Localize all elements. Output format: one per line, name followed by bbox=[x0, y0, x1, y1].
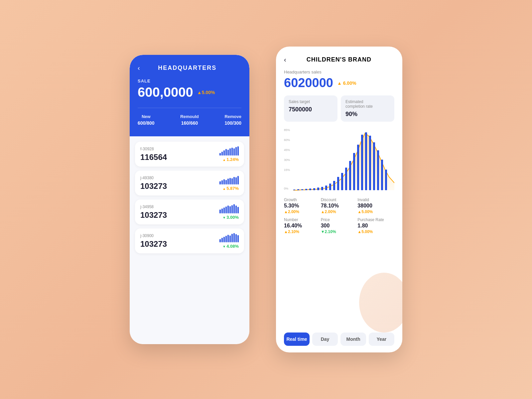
card-percent: 1.24% bbox=[222, 157, 239, 162]
svg-rect-9 bbox=[305, 189, 307, 190]
sales-percent: ▲ 6.00% bbox=[337, 80, 356, 86]
stat-invalid: Invalid 38000 ▲5.00% bbox=[357, 198, 394, 214]
svg-rect-24 bbox=[365, 132, 367, 190]
sale-label: SALE bbox=[138, 78, 241, 83]
svg-text:30%: 30% bbox=[284, 158, 290, 162]
realtime-button[interactable]: Real time bbox=[284, 332, 310, 346]
svg-rect-11 bbox=[313, 188, 315, 190]
month-button[interactable]: Month bbox=[340, 332, 366, 346]
svg-rect-25 bbox=[369, 136, 371, 190]
svg-rect-7 bbox=[297, 189, 299, 190]
svg-rect-26 bbox=[373, 142, 375, 190]
phone1-nav: ‹ HEADQUARTERS bbox=[138, 64, 241, 72]
svg-rect-13 bbox=[321, 187, 323, 190]
card-percent: 5.87% bbox=[222, 186, 239, 191]
deco-shape bbox=[359, 273, 402, 332]
chart-area: 85% 60% 45% 30% 15% 0% bbox=[284, 126, 394, 193]
svg-text:45%: 45% bbox=[284, 148, 290, 152]
list-item[interactable]: j-30900 103273 bbox=[135, 228, 244, 253]
sale-number: 600,0000 bbox=[138, 85, 193, 100]
stats-grid: Growth 5.30% ▲2.00% Discount 78.10% ▲2.0… bbox=[284, 198, 394, 234]
stat-growth: Growth 5.30% ▲2.00% bbox=[284, 198, 321, 214]
stats-row: New 600/800 Remould 160/660 Remove 100/3… bbox=[138, 108, 241, 126]
phone1-header: ‹ HEADQUARTERS SALE 600,0000 ▲5.00% New … bbox=[130, 55, 249, 136]
svg-rect-16 bbox=[333, 181, 335, 190]
svg-rect-12 bbox=[317, 188, 319, 190]
stat-purchase-rate: Purchase Rate 1.80 ▲5.00% bbox=[357, 217, 394, 234]
mini-chart bbox=[219, 233, 239, 242]
svg-rect-10 bbox=[309, 189, 311, 190]
mini-chart bbox=[219, 175, 239, 185]
stat-number: Number 16.40% ▲2.10% bbox=[284, 217, 321, 234]
svg-rect-22 bbox=[357, 145, 359, 190]
svg-rect-6 bbox=[293, 190, 295, 190]
year-button[interactable]: Year bbox=[369, 332, 394, 346]
stat-discount: Discount 78.10% ▲2.00% bbox=[321, 198, 358, 214]
svg-text:85%: 85% bbox=[284, 128, 290, 132]
svg-rect-19 bbox=[345, 168, 347, 190]
info-cards: Sales target 7500000 Estimatedcompletion… bbox=[284, 95, 394, 122]
phone2-nav: ‹ CHILDREN'S BRAND bbox=[284, 56, 394, 64]
phone1: ‹ HEADQUARTERS SALE 600,0000 ▲5.00% New … bbox=[130, 55, 249, 344]
svg-text:60%: 60% bbox=[284, 138, 290, 142]
chart-svg: 85% 60% 45% 30% 15% 0% bbox=[284, 126, 394, 193]
sale-row: 600,0000 ▲5.00% bbox=[138, 85, 241, 100]
completion-rate-card: Estimatedcompletion rate 90% bbox=[341, 95, 394, 122]
svg-rect-21 bbox=[353, 153, 355, 190]
stat-price: Price 300 ▼2.10% bbox=[321, 217, 358, 234]
time-buttons: Real time Day Month Year bbox=[284, 332, 394, 346]
phone2: ‹ CHILDREN'S BRAND Headquarters sales 60… bbox=[276, 47, 402, 352]
card-percent: 3.00% bbox=[222, 215, 239, 220]
phone2-title: CHILDREN'S BRAND bbox=[292, 56, 386, 63]
svg-rect-15 bbox=[329, 184, 331, 190]
stat-remould: Remould 160/660 bbox=[180, 114, 199, 126]
svg-rect-18 bbox=[341, 173, 343, 190]
svg-rect-20 bbox=[349, 161, 351, 190]
mini-chart bbox=[219, 204, 239, 213]
stat-new: New 600/800 bbox=[138, 114, 155, 126]
phone1-list: f-30928 116564 bbox=[130, 136, 249, 344]
day-button[interactable]: Day bbox=[312, 332, 338, 346]
stat-remove: Remove 100/300 bbox=[224, 114, 241, 126]
svg-rect-17 bbox=[337, 177, 339, 190]
phones-container: ‹ HEADQUARTERS SALE 600,0000 ▲5.00% New … bbox=[130, 47, 402, 352]
mini-chart bbox=[219, 146, 239, 156]
sale-percent: ▲5.00% bbox=[197, 90, 215, 95]
sales-number: 6020000 bbox=[284, 76, 333, 90]
svg-text:0%: 0% bbox=[284, 187, 288, 190]
svg-rect-14 bbox=[325, 186, 327, 190]
list-item[interactable]: j-49380 103273 bbox=[135, 171, 244, 196]
back-button-2[interactable]: ‹ bbox=[284, 56, 286, 64]
list-item[interactable]: f-30928 116564 bbox=[135, 142, 244, 167]
svg-rect-8 bbox=[301, 189, 303, 190]
svg-rect-23 bbox=[361, 135, 363, 190]
card-percent: 4.08% bbox=[222, 244, 239, 249]
hq-sales-label: Headquarters sales bbox=[284, 69, 394, 74]
phone1-title: HEADQUARTERS bbox=[145, 65, 229, 71]
svg-rect-28 bbox=[381, 160, 383, 190]
svg-text:15%: 15% bbox=[284, 168, 290, 172]
svg-rect-27 bbox=[377, 150, 379, 190]
list-item[interactable]: j-34958 103273 bbox=[135, 200, 244, 224]
back-button[interactable]: ‹ bbox=[138, 64, 140, 72]
sales-row: 6020000 ▲ 6.00% bbox=[284, 76, 394, 90]
sales-target-card: Sales target 7500000 bbox=[284, 95, 337, 122]
svg-rect-29 bbox=[385, 170, 387, 190]
